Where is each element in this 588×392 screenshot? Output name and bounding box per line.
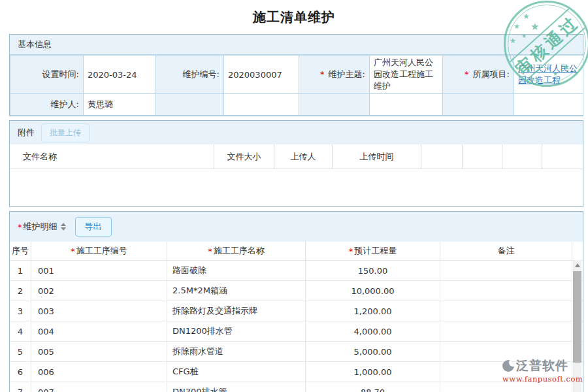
cell-estimated-qty: 5,000.00 (306, 342, 440, 361)
cell-estimated-qty: 1,200.00 (306, 301, 440, 321)
col-empty (463, 144, 502, 169)
cell-remarks (440, 321, 572, 341)
scroll-up-icon[interactable] (573, 260, 581, 270)
col-estimated-qty: * 预计工程量 (306, 242, 440, 260)
cell-seq-no: 5 (10, 342, 31, 361)
required-marker: * (208, 246, 212, 256)
field-value-maintainer: 黄思璐 (84, 94, 156, 116)
cell-process-code: 007 (31, 382, 167, 392)
watermark-brand: 泛普软件 (516, 357, 568, 374)
required-marker: * (18, 222, 22, 232)
details-section: * 维护明细 导出 序号 * 施工工序编号 * 施工工序名称 * 预计工程量 备… (9, 211, 583, 392)
cell-remarks (440, 301, 572, 321)
col-remarks: 备注 (440, 242, 572, 260)
cell-estimated-qty: 10,000.00 (306, 281, 440, 301)
field-label-maintainer: 维护人: (10, 94, 84, 116)
cell-process-name: 路面破除 (167, 261, 306, 280)
cell-process-name: DN1200排水管 (167, 321, 306, 341)
scrollbar-thumb[interactable] (573, 271, 581, 363)
col-empty (502, 144, 542, 169)
cell-process-code: 006 (31, 362, 167, 382)
cell-process-code: 003 (31, 301, 167, 321)
details-title: 维护明细 (24, 221, 57, 233)
field-value-maint-subject: 广州天河人民公园改造工程施工维护 (370, 56, 443, 94)
attachments-section: 附件 批量上传 文件名称 文件大小 上传人 上传时间 (9, 120, 583, 207)
details-table-body: 1001路面破除150.0020022.5M*2M箱涵10,000.003003… (10, 261, 583, 392)
fanpu-logo-icon (502, 360, 514, 372)
cell-estimated-qty: 150.00 (306, 261, 440, 280)
field-value-project: 广州天河人民公园改造工程 (514, 56, 583, 94)
col-uploader: 上传人 (274, 144, 333, 169)
cell-process-code: 005 (31, 342, 167, 361)
empty-value-cell (514, 94, 583, 116)
col-file-size: 文件大小 (214, 144, 274, 169)
col-seq-no: 序号 (10, 242, 31, 260)
vendor-watermark: 泛普软件 www.fanpusoft.com (502, 357, 587, 384)
batch-upload-button[interactable]: 批量上传 (41, 123, 90, 142)
cell-remarks (440, 281, 572, 301)
cell-estimated-qty: 1,000.00 (306, 362, 440, 382)
col-empty (421, 144, 463, 169)
cell-seq-no: 4 (10, 321, 31, 341)
empty-label-cell (299, 94, 370, 116)
table-row[interactable]: 6006CFG桩1,000.00 (10, 362, 583, 382)
col-file-name: 文件名称 (10, 144, 214, 169)
basic-info-header: 基本信息 (10, 35, 583, 55)
field-label-set-time: 设置时间: (10, 56, 84, 94)
cell-process-code: 001 (31, 261, 167, 280)
cell-process-code: 002 (31, 281, 167, 301)
cell-seq-no: 7 (10, 382, 31, 392)
sort-icon[interactable] (61, 223, 66, 231)
details-table-header: 序号 * 施工工序编号 * 施工工序名称 * 预计工程量 备注 (10, 242, 583, 261)
table-row[interactable]: 3003拆除路灯及交通指示牌1,200.00 (10, 301, 583, 321)
attachments-header: 附件 批量上传 (10, 121, 583, 144)
cell-remarks (440, 261, 572, 280)
project-link[interactable]: 广州天河人民公园改造工程 (518, 63, 578, 85)
empty-value-cell (224, 94, 299, 116)
cell-estimated-qty: 88.70 (306, 382, 440, 392)
required-marker: * (71, 246, 75, 256)
field-label-maint-subject: * 维护主题: (299, 56, 370, 94)
field-label-maint-no: 维护编号: (156, 56, 224, 94)
empty-value-cell (370, 94, 443, 116)
cell-seq-no: 1 (10, 261, 31, 280)
field-value-set-time: 2020-03-24 (84, 56, 156, 94)
table-row[interactable]: 4004DN1200排水管4,000.00 (10, 321, 583, 342)
cell-process-name: 拆除路灯及交通指示牌 (167, 301, 306, 321)
cell-process-name: 2.5M*2M箱涵 (167, 281, 306, 301)
col-process-code: * 施工工序编号 (31, 242, 167, 260)
attachments-title: 附件 (18, 127, 35, 139)
basic-info-grid: 设置时间: 2020-03-24 维护编号: 2020030007 * 维护主题… (10, 55, 583, 116)
empty-label-cell (443, 94, 514, 116)
cell-seq-no: 2 (10, 281, 31, 301)
required-marker: * (320, 69, 325, 79)
cell-remarks (440, 382, 572, 392)
cell-seq-no: 3 (10, 301, 31, 321)
basic-info-section: 基本信息 设置时间: 2020-03-24 维护编号: 2020030007 *… (9, 34, 583, 116)
table-row[interactable]: 1001路面破除150.00 (10, 261, 583, 281)
cell-seq-no: 6 (10, 362, 31, 382)
col-process-name: * 施工工序名称 (167, 242, 306, 260)
required-marker: * (349, 246, 353, 256)
attachments-table-body (10, 169, 583, 206)
cell-estimated-qty: 4,000.00 (306, 321, 440, 341)
attachments-table-header: 文件名称 文件大小 上传人 上传时间 (10, 144, 583, 169)
table-row[interactable]: 20022.5M*2M箱涵10,000.00 (10, 281, 583, 301)
basic-info-title: 基本信息 (18, 39, 52, 50)
col-upload-time: 上传时间 (333, 144, 421, 169)
table-row[interactable]: 7007DN300排水管88.70 (10, 382, 583, 392)
cell-process-name: CFG桩 (167, 362, 306, 382)
field-label-project: * 所属项目: (443, 56, 514, 94)
table-row[interactable]: 5005拆除雨水管道5,000.00 (10, 342, 583, 362)
cell-process-name: DN300排水管 (167, 382, 306, 392)
col-spacer (572, 242, 583, 260)
cell-process-code: 004 (31, 321, 167, 341)
details-header: * 维护明细 导出 (10, 212, 583, 242)
watermark-url: www.fanpusoft.com (502, 374, 587, 384)
col-empty (542, 144, 583, 169)
field-value-maint-no: 2020030007 (224, 56, 299, 94)
required-marker: * (465, 69, 469, 79)
cell-process-name: 拆除雨水管道 (167, 342, 306, 361)
export-button[interactable]: 导出 (75, 217, 112, 237)
empty-label-cell (156, 94, 224, 116)
